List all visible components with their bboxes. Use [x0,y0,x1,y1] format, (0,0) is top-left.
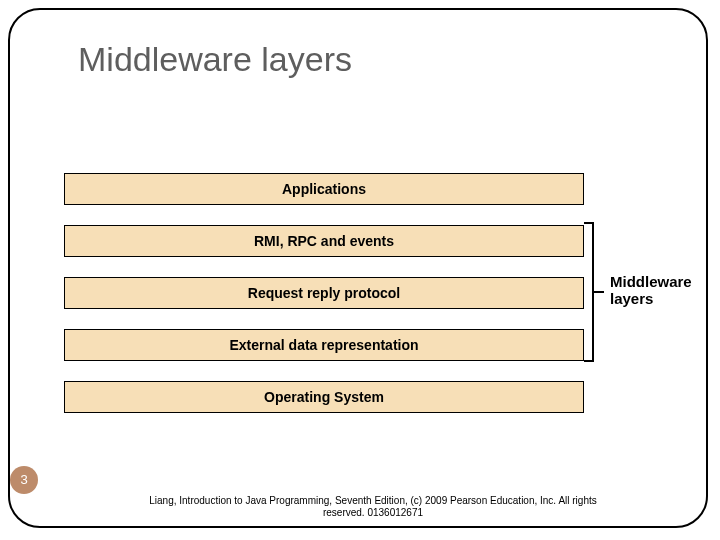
layer-rmi-rpc-events: RMI, RPC and events [64,225,584,257]
bracket-label-line1: Middleware [610,273,692,290]
slide-rounded-border [8,8,708,528]
slide-title: Middleware layers [78,40,352,79]
bracket-top-cap [584,222,592,224]
bracket-middle-tick [594,291,604,293]
layer-applications: Applications [64,173,584,205]
layer-request-reply-protocol: Request reply protocol [64,277,584,309]
bracket-bottom-cap [584,360,592,362]
bracket-label-line2: layers [610,290,653,307]
page-number: 3 [10,466,38,494]
layer-external-data-representation: External data representation [64,329,584,361]
footer-citation: Liang, Introduction to Java Programming,… [128,495,618,519]
bracket-label: Middleware layers [610,273,692,307]
layer-operating-system: Operating System [64,381,584,413]
